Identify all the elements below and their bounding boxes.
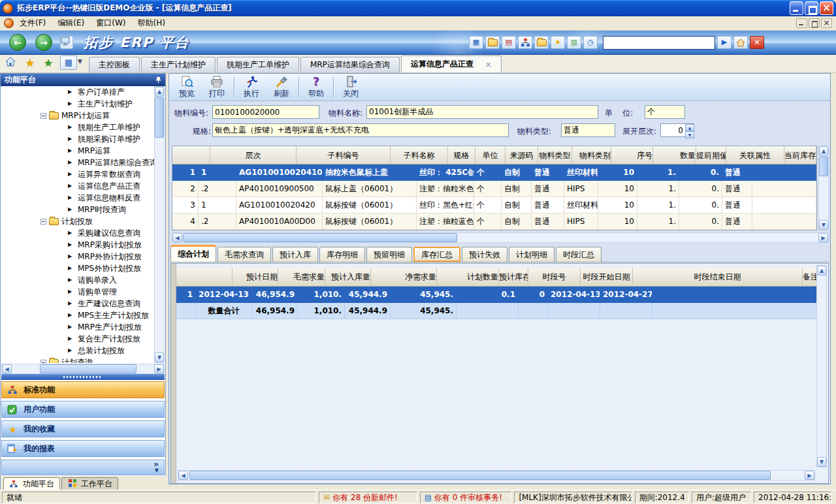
column-header[interactable]: 单位 — [475, 146, 506, 165]
print-button[interactable]: 打印 — [202, 74, 232, 101]
column-header[interactable]: 物料类别 — [572, 146, 611, 165]
tree-horizontal-scrollbar[interactable]: ◀ ▶ — [1, 364, 165, 374]
favorites-star-icon[interactable]: ★ — [24, 57, 37, 70]
panel-user-functions[interactable]: 用户功能 — [1, 401, 165, 418]
detail-tab[interactable]: 库存汇总 — [413, 247, 460, 262]
panel-standard-functions[interactable]: 标准功能 — [1, 381, 165, 398]
clock-icon[interactable]: ◷ — [583, 36, 598, 49]
tree-item[interactable]: 运算信息产品正查 — [1, 180, 154, 192]
column-header[interactable]: 净需求量 — [371, 268, 437, 287]
item-name-input[interactable] — [366, 105, 598, 119]
plan-horizontal-scrollbar[interactable]: ◀ ▶ — [178, 470, 815, 480]
panel-overflow-button[interactable]: » ▼ — [1, 460, 165, 475]
tree-item[interactable]: MRP计划运算 — [1, 110, 154, 121]
column-header[interactable]: 物料类型 — [538, 146, 572, 165]
add-folder-icon[interactable] — [534, 36, 549, 49]
tab-work-platform[interactable]: 工作平台 — [61, 477, 118, 490]
preview-button[interactable]: 预览 — [172, 74, 202, 101]
minimize-button[interactable] — [790, 1, 803, 15]
menu-item[interactable]: 文件(F) — [14, 16, 52, 30]
column-header[interactable] — [172, 146, 210, 165]
sidebar-splitter[interactable] — [1, 374, 165, 380]
tree-vertical-scrollbar[interactable]: ▲ ▼ — [154, 86, 165, 363]
home-icon[interactable] — [5, 57, 18, 70]
tree-item[interactable]: MPS主生产计划投放 — [1, 309, 154, 321]
collapse-icon[interactable] — [40, 360, 46, 364]
mdi-restore-button[interactable] — [809, 18, 820, 28]
column-header[interactable]: 层次 — [210, 146, 297, 165]
document-tab[interactable]: 运算信息产品正查 — [401, 55, 502, 72]
bom-horizontal-scrollbar[interactable]: ◀ ▶ — [172, 232, 829, 243]
tree-item[interactable]: 运算异常数据查询 — [1, 168, 154, 180]
org-chart-icon[interactable] — [518, 36, 532, 49]
tree-item[interactable]: 脱期生产工单维护 — [1, 121, 154, 133]
layout-grid-button[interactable]: ▦ — [60, 55, 77, 70]
exit-button[interactable]: × — [750, 36, 764, 49]
detail-tab[interactable]: 毛需求查询 — [217, 247, 271, 262]
tree-item[interactable]: MRP运算 — [1, 145, 154, 157]
column-header[interactable] — [176, 268, 233, 287]
red-book-icon[interactable]: ▤ — [502, 36, 516, 49]
open-folder-icon[interactable] — [485, 36, 500, 49]
panel-my-reports[interactable]: 我的报表 — [1, 440, 165, 457]
document-tab[interactable]: MRP运算结果综合查询 — [300, 57, 400, 72]
tree-item[interactable]: 总装计划投放 — [1, 345, 154, 356]
tree-item[interactable]: MRP生产计划投放 — [1, 321, 154, 333]
detail-tab[interactable]: 时段汇总 — [556, 247, 602, 262]
back-button[interactable]: ← — [9, 34, 26, 51]
step-down-icon[interactable]: ▼ — [685, 131, 694, 138]
plan-vertical-scrollbar[interactable]: ▲ ▼ — [816, 265, 827, 467]
column-header[interactable]: 序号 — [611, 146, 653, 165]
column-header[interactable]: 子料编号 — [297, 146, 391, 165]
run-search-button[interactable]: ▶ — [717, 36, 732, 49]
item-type-input[interactable] — [561, 123, 615, 137]
document-tab[interactable]: 主生产计划维护 — [141, 57, 216, 72]
tree-item[interactable]: 复合生产计划投放 — [1, 333, 154, 345]
tree-item[interactable]: MRP采购计划投放 — [1, 239, 154, 251]
detail-tab[interactable]: 库存明细 — [319, 247, 365, 262]
home-button[interactable] — [733, 36, 748, 49]
tree-item[interactable]: 运算信息物料反查 — [1, 192, 154, 204]
status-mail[interactable]: ✉你有 28 份新邮件! — [319, 492, 417, 503]
detail-tab[interactable]: 预计失效 — [462, 247, 507, 262]
tree-item[interactable]: MPS外协计划投放 — [1, 262, 154, 274]
collapse-icon[interactable] — [40, 113, 46, 119]
step-up-icon[interactable]: ▲ — [685, 124, 694, 131]
column-header[interactable]: 预计日期 — [233, 268, 278, 287]
table-row[interactable]: 12012-04-1346,954.91,010.45,944.945,945.… — [176, 287, 819, 303]
item-code-input[interactable] — [212, 105, 319, 119]
close-tab-icon[interactable] — [485, 60, 492, 69]
collapse-icon[interactable] — [40, 219, 46, 225]
close-view-button[interactable]: 关闭 — [336, 74, 366, 101]
tree-item[interactable]: 主生产计划维护 — [1, 98, 154, 110]
table-row[interactable]: 31AG1010010020420鼠标按键（06001）丝印：黑色+红色（喷油个… — [172, 197, 816, 213]
column-header[interactable]: 毛需求量 — [278, 268, 325, 287]
detail-tab[interactable]: 预留明细 — [366, 247, 412, 262]
layout-dropdown-icon[interactable]: ▼ — [78, 58, 82, 65]
tree-item[interactable]: 脱期采购订单维护 — [1, 133, 154, 145]
column-header[interactable]: 计划数量 — [437, 268, 499, 287]
tab-function-platform[interactable]: 功能平台 — [3, 477, 60, 490]
document-tab[interactable]: 脱期生产工单维护 — [217, 57, 299, 72]
bom-vertical-scrollbar[interactable]: ▲ ▼ — [818, 146, 829, 230]
panel-my-favorites[interactable]: ★ 我的收藏 — [1, 420, 165, 437]
table-row[interactable]: 4.2AP4010010A00D00鼠标按键（06001）注塑：抽粒蓝色，HIP… — [172, 213, 816, 230]
tree-item[interactable]: 计划查询 — [1, 356, 154, 363]
detail-tab[interactable]: 综合计划 — [170, 245, 216, 262]
column-header[interactable]: 时段号 — [528, 268, 581, 287]
tree-item[interactable]: 客户订单排产 — [1, 86, 154, 98]
column-header[interactable]: 预计入库量 — [325, 268, 371, 287]
column-header[interactable]: 提前期偏置 — [696, 146, 726, 165]
add-favorite-icon[interactable]: ★ — [42, 57, 55, 70]
restore-button[interactable] — [805, 1, 818, 15]
column-header[interactable]: 规格 — [448, 146, 475, 165]
menu-item[interactable]: 帮助(H) — [131, 16, 170, 30]
desktop-icon[interactable] — [60, 36, 73, 49]
dashboard-grid-icon[interactable]: ▦ — [469, 36, 483, 49]
banner-search-input[interactable] — [603, 36, 715, 50]
tree-item[interactable]: 请购单管理 — [1, 286, 154, 298]
tree-item[interactable]: MRP运算结果综合查询 — [1, 157, 154, 168]
menu-item[interactable]: 编辑(E) — [52, 16, 90, 30]
mdi-minimize-button[interactable] — [796, 18, 807, 28]
column-header[interactable]: 关联属性 — [726, 146, 784, 165]
